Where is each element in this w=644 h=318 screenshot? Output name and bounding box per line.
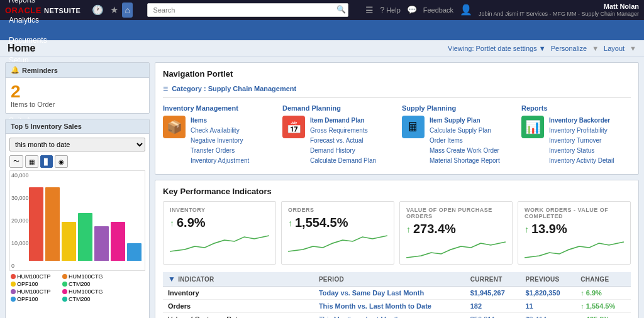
current-cell: 182 bbox=[465, 300, 521, 313]
y-labels: 40,000 30,000 20,000 10,000 0 bbox=[10, 171, 30, 270]
chart-bar bbox=[94, 226, 109, 261]
portlet-link[interactable]: Forecast vs. Actual bbox=[310, 136, 376, 145]
legend-item: OPF100 bbox=[11, 296, 61, 302]
portlet-col-title-reports[interactable]: Reports bbox=[521, 104, 631, 112]
bar-chart-btn[interactable]: ▊ bbox=[40, 155, 53, 168]
indicator-cell: Inventory bbox=[163, 287, 314, 300]
th-previous: PREVIOUS bbox=[520, 272, 575, 287]
quick-nav-icons: 🕐 ★ ⌂ bbox=[86, 2, 136, 18]
menu-icon[interactable]: ☰ bbox=[365, 5, 374, 15]
kpi-card-label: ORDERS bbox=[288, 207, 387, 213]
filter-icon[interactable]: ▼ bbox=[168, 275, 175, 283]
layout-link[interactable]: Layout bbox=[604, 45, 625, 52]
category-header: ≡ Category : Supply Chain Management bbox=[163, 84, 631, 98]
line-chart-btn[interactable]: 〜 bbox=[9, 155, 23, 168]
portlet-link[interactable]: Inventory Profitability bbox=[549, 126, 614, 135]
kpi-card-value: ↑ 6.9% bbox=[170, 216, 269, 230]
pie-chart-btn[interactable]: ◉ bbox=[55, 155, 68, 168]
portlet-link[interactable]: Item Demand Plan bbox=[310, 116, 376, 125]
portlet-link[interactable]: Inventory Activity Detail bbox=[549, 156, 614, 165]
kpi-mini-chart bbox=[406, 240, 506, 259]
column-chart-btn[interactable]: ▦ bbox=[25, 155, 38, 168]
favorites-icon[interactable]: ★ bbox=[108, 2, 121, 18]
portlet-link[interactable]: Material Shortage Report bbox=[430, 156, 500, 165]
chart-bar bbox=[78, 213, 92, 261]
nav-bar: ActivitiesShippingReceivingInventoryRepo… bbox=[0, 20, 644, 40]
portlet-link[interactable]: Inventory Adjustment bbox=[191, 156, 249, 165]
portlet-col-title-supply-planning[interactable]: Supply Planning bbox=[402, 104, 511, 112]
portlet-col-title-demand-planning[interactable]: Demand Planning bbox=[282, 104, 392, 112]
kpi-value: 13.9% bbox=[531, 222, 567, 236]
portlet-link[interactable]: Check Availability bbox=[191, 126, 249, 135]
kpi-card-open-po: VALUE OF OPEN PURCHASE ORDERS ↑ 273.4% bbox=[399, 201, 513, 265]
home-icon[interactable]: ⌂ bbox=[122, 3, 132, 18]
kpi-card-work-orders: WORK ORDERS - VALUE OF COMPLETED ↑ 13.9% bbox=[518, 201, 631, 265]
portlet-icon-reports: 📊 bbox=[521, 116, 544, 138]
search-input[interactable] bbox=[147, 3, 348, 17]
portlet-icon-row: 📦ItemsCheck AvailabilityNegative Invento… bbox=[163, 116, 272, 165]
portlet-link[interactable]: Inventory Status bbox=[549, 146, 614, 155]
portlet-columns: Inventory Management📦ItemsCheck Availabi… bbox=[163, 104, 631, 168]
kpi-table-row: Orders This Month vs. Last Month to Date… bbox=[163, 300, 631, 313]
user-info: Matt Nolan Jobin And Jismi IT Services -… bbox=[479, 2, 639, 18]
portlet-icon-supply-planning: 🖩 bbox=[402, 116, 425, 138]
kpi-card-orders: ORDERS ↑ 1,554.5% bbox=[281, 201, 394, 265]
user-icon[interactable]: 👤 bbox=[460, 4, 472, 16]
legend-item: CTM200 bbox=[62, 281, 113, 287]
portlet-link[interactable]: Calculate Demand Plan bbox=[310, 156, 376, 165]
kpi-mini-chart bbox=[170, 234, 269, 253]
portlet-link[interactable]: Mass Create Work Order bbox=[430, 146, 500, 155]
user-details: Jobin And Jismi IT Services - MFG MM - S… bbox=[479, 11, 639, 18]
portlet-link[interactable]: Inventory Backorder bbox=[549, 116, 614, 125]
portlet-icon-inventory-mgmt: 📦 bbox=[163, 116, 186, 138]
chart-area: 40,000 30,000 20,000 10,000 0 bbox=[9, 170, 145, 271]
period-cell[interactable]: This Month vs. Last Month to Date bbox=[314, 300, 465, 313]
period-cell[interactable]: This Month vs. Last Month bbox=[314, 313, 465, 319]
kpi-cards: INVENTORY ↑ 6.9% ORDERS ↑ 1,554.5% VALUE… bbox=[163, 201, 631, 265]
portlet-link[interactable]: Items bbox=[191, 116, 249, 125]
portlet-date-settings[interactable]: ▼ bbox=[539, 45, 546, 52]
chart-bar bbox=[29, 187, 43, 261]
personalize-link[interactable]: Personalize bbox=[551, 45, 587, 52]
sales-body: this month to datelast monththis quarter… bbox=[6, 134, 149, 309]
nav-portlet-title: Navigation Portlet bbox=[163, 69, 631, 79]
feedback-icon[interactable]: 💬 bbox=[407, 5, 417, 14]
reminders-panel: 🔔 Reminders 2 Items to Order bbox=[5, 62, 150, 114]
portlet-link[interactable]: Demand History bbox=[310, 146, 376, 155]
kpi-card-value: ↑ 1,554.5% bbox=[288, 216, 387, 230]
reminders-body: 2 Items to Order bbox=[6, 78, 149, 113]
legend-dot bbox=[62, 282, 67, 287]
legend-area: HUM100CTPHUM100CTGOPF100CTM200HUM100CTPH… bbox=[9, 271, 145, 305]
main-content: Navigation Portlet ≡ Category : Supply C… bbox=[155, 62, 639, 318]
portlet-link[interactable]: Negative Inventory bbox=[191, 136, 249, 145]
chart-bar bbox=[62, 222, 76, 261]
portlet-link[interactable]: Transfer Orders bbox=[191, 146, 249, 155]
nav-item-reports[interactable]: Reports bbox=[3, 0, 63, 10]
portlet-link[interactable]: Item Supply Plan bbox=[430, 116, 500, 125]
top-bar: ORACLE NETSUITE 🕐 ★ ⌂ 🔍 ☰ ? Help 💬 Feedb… bbox=[0, 0, 644, 20]
th-indicator: ▼INDICATOR bbox=[163, 272, 314, 287]
th-period: PERIOD bbox=[314, 272, 465, 287]
portlet-link[interactable]: Order Items bbox=[430, 136, 500, 145]
nav-item-analytics[interactable]: Analytics bbox=[3, 10, 63, 30]
portlet-col-inventory-mgmt: Inventory Management📦ItemsCheck Availabi… bbox=[163, 104, 272, 168]
kpi-table-row: Inventory Today vs. Same Day Last Month … bbox=[163, 287, 631, 300]
search-button[interactable]: 🔍 bbox=[336, 5, 346, 14]
legend-dot bbox=[11, 289, 16, 294]
user-name: Matt Nolan bbox=[479, 2, 639, 11]
legend-item: HUM100CTG bbox=[62, 288, 113, 295]
feedback-link[interactable]: Feedback bbox=[423, 6, 453, 14]
legend-item: HUM100CTP bbox=[11, 288, 61, 295]
period-cell[interactable]: Today vs. Same Day Last Month bbox=[314, 287, 465, 300]
top-right-icons: ☰ ? Help 💬 Feedback 👤 Matt Nolan Jobin A… bbox=[365, 2, 639, 18]
current-cell: $1,945,267 bbox=[465, 287, 521, 300]
kpi-table: ▼INDICATORPERIODCURRENTPREVIOUSCHANGE In… bbox=[163, 272, 631, 318]
help-link[interactable]: ? Help bbox=[380, 6, 400, 14]
portlet-col-title-inventory-mgmt[interactable]: Inventory Management bbox=[163, 104, 272, 112]
sales-filter[interactable]: this month to datelast monththis quarter bbox=[9, 138, 145, 151]
kpi-title: Key Performance Indicators bbox=[163, 187, 631, 196]
portlet-link[interactable]: Calculate Supply Plan bbox=[430, 126, 500, 135]
portlet-link[interactable]: Gross Requirements bbox=[310, 126, 376, 135]
portlet-link[interactable]: Inventory Turnover bbox=[549, 136, 614, 145]
recent-icon[interactable]: 🕐 bbox=[89, 2, 106, 18]
